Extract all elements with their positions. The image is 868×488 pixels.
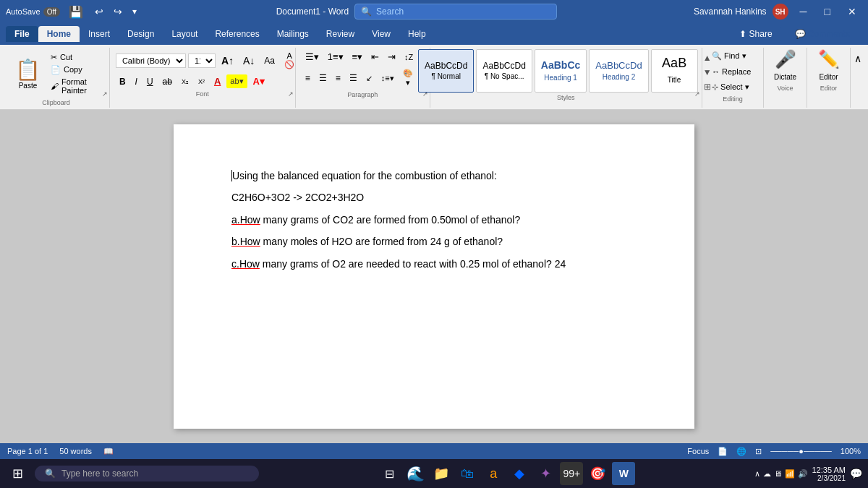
font-expand[interactable]: ↗ xyxy=(288,90,294,98)
zoom-level[interactable]: 100% xyxy=(841,447,861,455)
close-button[interactable]: ✕ xyxy=(842,3,862,20)
store-icon[interactable]: 🛍 xyxy=(456,462,479,485)
save-button[interactable]: 💾 xyxy=(64,5,88,19)
strikethrough-button[interactable]: ab xyxy=(159,74,176,89)
superscript-button[interactable]: X² xyxy=(195,76,208,87)
maximize-button[interactable]: □ xyxy=(819,3,836,20)
tab-file[interactable]: File xyxy=(6,26,38,42)
style-nospace[interactable]: AaBbCcDd¶ No Spac... xyxy=(476,49,532,93)
cut-button[interactable]: ✂ Cut xyxy=(48,52,103,63)
tab-mailings[interactable]: Mailings xyxy=(268,26,318,42)
style-heading1[interactable]: AaBbCcHeading 1 xyxy=(535,49,587,93)
clipboard-group-label: Clipboard xyxy=(9,99,103,106)
tab-references[interactable]: References xyxy=(206,26,268,42)
format-painter-button[interactable]: 🖌 Format Painter xyxy=(48,77,103,95)
bullets-button[interactable]: ☰▾ xyxy=(302,49,323,64)
change-case-button[interactable]: Aa xyxy=(260,53,278,68)
tray-icon1[interactable]: ☁ xyxy=(763,469,771,479)
comments-button[interactable]: 💬 Comments xyxy=(786,25,859,43)
copy-button[interactable]: 📄 Copy xyxy=(48,64,103,75)
tab-review[interactable]: Review xyxy=(318,26,363,42)
styles-expand[interactable]: ↗ xyxy=(694,90,700,98)
increase-font-button[interactable]: A↑ xyxy=(218,53,237,69)
font-size-selector[interactable]: 11 xyxy=(188,53,216,68)
start-button[interactable]: ⊞ xyxy=(0,459,35,488)
page-info[interactable]: Page 1 of 1 xyxy=(7,447,48,455)
subscript-button[interactable]: X₂ xyxy=(178,76,192,87)
autosave-toggle[interactable]: AutoSave Off xyxy=(6,7,60,17)
view-web-icon[interactable]: 🌐 xyxy=(736,447,746,456)
notification-icon[interactable]: 💬 xyxy=(850,468,862,479)
redo-button[interactable]: ↪ xyxy=(111,6,125,17)
focus-mode-icon[interactable]: ⊡ xyxy=(755,447,762,456)
tab-help[interactable]: Help xyxy=(399,26,435,42)
tab-home[interactable]: Home xyxy=(38,26,80,42)
shading-button[interactable]: 🎨▾ xyxy=(399,67,417,90)
document-page[interactable]: Using the balanced equation for the comb… xyxy=(174,124,694,429)
app7-icon[interactable]: ✦ xyxy=(534,462,557,485)
tab-layout[interactable]: Layout xyxy=(163,26,206,42)
style-heading2[interactable]: AaBbCcDdHeading 2 xyxy=(589,49,648,93)
view-print-icon[interactable]: 📄 xyxy=(718,447,728,456)
title-bar-right: Savannah Hankins SH ─ □ ✕ xyxy=(694,3,862,20)
proof-icon[interactable]: 📖 xyxy=(103,447,114,456)
status-bar: Page 1 of 1 50 words 📖 Focus 📄 🌐 ⊡ ─────… xyxy=(0,443,868,459)
select-button[interactable]: ⊹ Select ▾ xyxy=(708,80,757,94)
align-center-button[interactable]: ☰ xyxy=(315,71,331,85)
tray-icon3[interactable]: 📶 xyxy=(785,469,795,479)
undo-button[interactable]: ↩ xyxy=(92,6,106,17)
rtl-button[interactable]: ↙ xyxy=(362,72,376,85)
focus-label[interactable]: Focus xyxy=(687,447,709,455)
decrease-indent-button[interactable]: ⇤ xyxy=(367,49,383,64)
font-family-selector[interactable]: Calibri (Body) xyxy=(116,53,186,68)
clipboard-expand[interactable]: ↗ xyxy=(102,90,108,98)
editor-button[interactable]: Editor xyxy=(815,71,841,83)
align-left-button[interactable]: ≡ xyxy=(302,71,314,85)
font-color-button[interactable]: A xyxy=(210,74,224,89)
replace-button[interactable]: ↔ Replace xyxy=(708,65,757,78)
word-icon[interactable]: W xyxy=(612,462,635,485)
taskview-icon[interactable]: ⊟ xyxy=(378,462,401,485)
tray-icon4[interactable]: 🔊 xyxy=(798,469,808,479)
find-button[interactable]: 🔍 Find ▾ xyxy=(708,49,757,63)
tray-chevron[interactable]: ∧ xyxy=(754,469,760,479)
doc-line-4: b.How many moles of H2O are formed from … xyxy=(231,234,637,249)
tray-icon2[interactable]: 🖥 xyxy=(774,469,782,478)
style-title[interactable]: AaBTitle xyxy=(651,49,698,93)
customize-qat-button[interactable]: ▾ xyxy=(129,7,140,17)
tab-insert[interactable]: Insert xyxy=(80,26,119,42)
amazon-icon[interactable]: a xyxy=(482,462,505,485)
user-avatar[interactable]: SH xyxy=(773,4,788,20)
app8-icon[interactable]: 99+ xyxy=(560,462,583,485)
sort-button[interactable]: ↕Z xyxy=(401,51,417,64)
font-color2-button[interactable]: A▾ xyxy=(250,74,268,89)
style-normal[interactable]: AaBbCcDd¶ Normal xyxy=(418,49,474,93)
italic-button[interactable]: I xyxy=(132,74,141,89)
collapse-ribbon-button[interactable]: ∧ xyxy=(851,51,865,67)
paste-button[interactable]: 📋 Paste xyxy=(9,54,47,93)
multilevel-button[interactable]: ≡▾ xyxy=(349,49,367,64)
bold-button[interactable]: B xyxy=(116,74,129,89)
word-count[interactable]: 50 words xyxy=(59,447,92,455)
numbering-button[interactable]: 1≡▾ xyxy=(324,49,347,64)
line-spacing-button[interactable]: ↕≡▾ xyxy=(378,72,398,85)
share-button[interactable]: ⬆ Share xyxy=(731,26,780,42)
underline-button[interactable]: U xyxy=(143,74,157,89)
explorer-icon[interactable]: 📁 xyxy=(430,462,453,485)
taskbar-search[interactable]: 🔍 Type here to search xyxy=(35,466,259,481)
edge-icon[interactable]: 🌊 xyxy=(404,462,427,485)
tab-view[interactable]: View xyxy=(363,26,399,42)
dictate-button[interactable]: Dictate xyxy=(770,71,800,83)
decrease-font-button[interactable]: A↓ xyxy=(239,53,258,69)
increase-indent-button[interactable]: ⇥ xyxy=(384,49,399,64)
highlight-button[interactable]: ab▾ xyxy=(226,74,247,88)
system-clock[interactable]: 12:35 AM 2/3/2021 xyxy=(812,466,846,482)
minimize-button[interactable]: ─ xyxy=(794,3,813,20)
tab-design[interactable]: Design xyxy=(119,26,163,42)
title-search-box[interactable]: 🔍 Search xyxy=(354,4,557,20)
zoom-slider[interactable]: ─────●───── xyxy=(770,447,832,455)
dropbox-icon[interactable]: ◆ xyxy=(508,462,531,485)
justify-button[interactable]: ☰ xyxy=(346,71,361,85)
align-right-button[interactable]: ≡ xyxy=(332,71,344,85)
app9-icon[interactable]: 🎯 xyxy=(586,462,609,485)
